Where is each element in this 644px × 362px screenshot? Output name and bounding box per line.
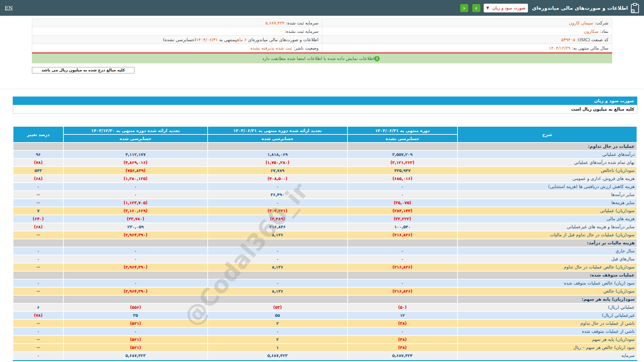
table-row: سود(زیان) خالص عملیات در حال تداوم(۲۱۶,۸… [13,263,637,271]
dropdown-selected-value: صورت سود و زیان [492,5,525,10]
row-label: سال‌هاي قبل [458,255,637,263]
company-label: شرکت: [593,20,608,25]
row-value: -- [13,263,63,271]
company-value: ۱۴۰۴/۰۶/۳۱ [196,37,218,42]
table-row: هزینه های فروش، اداری و عمومی(۶۸۵,۰۱۶)(۴… [13,175,637,182]
income-statement-section: صورت سود و زیان کلیه مبالغ به میلیون ریا… [13,97,637,361]
row-value [13,272,63,279]
row-label: سرمایه [458,352,637,359]
table-row: سود(زیان) خالص(۲۱۶,۸۲۶)۸,۱۳۶(۲,۹۶۴,۳۹۰)-… [13,288,637,295]
top-bar: اطلاعات و صورت‌های مالی میاندوره‌ای صورت… [0,0,644,16]
row-label: سود(زیان) پایه هر سهم: [458,296,637,303]
row-value: (۷۸) [13,312,63,319]
row-value: ۲ [208,320,347,327]
previous-statement-button[interactable]: ‹ [460,4,468,12]
row-value: ۳۶,۴۹۰ [208,191,347,198]
row-value: (۳۸) [348,320,457,327]
row-value: (۳۸) [348,344,457,351]
company-value: سکارون [584,29,598,34]
row-label: هزینه های مالی [458,215,637,223]
header-percent-change: درصد تغییر [13,127,63,142]
table-row: سال‌هاي قبل۰۰۰۰ [13,255,637,263]
row-label: سایر هزینه‌ها [458,199,637,206]
row-value: ۲۳۰,۰۵۹ [64,223,207,231]
row-value: (۴۰۸,۵۰۰) [208,175,347,182]
company-cell-right: شرکت: سیمان کارون [322,19,612,27]
row-value: ۰ [348,255,457,263]
row-label: هزینه کاهش ارزش دریافتنی ها (هزینه استثن… [458,183,637,190]
row-value: ۵,۶۸۷,۴۲۴ [348,352,457,359]
row-value: ۶۷,۷۸۹ [208,167,347,174]
row-label: سود(زیان) عملیاتی [458,207,637,215]
row-value: ۸,۱۳۶ [208,288,347,295]
row-label: سود(زیان) خالص عملیات در حال تداوم [458,263,637,271]
row-value: ۰ [208,199,347,206]
header-period-restated-annual: تجدید ارائه شده دوره منتهی به ۱۴۰۳/۱۲/۳۰ [64,127,207,134]
row-value: ۰ [348,247,457,255]
row-value [64,143,207,150]
row-label: درآمدهاي عملياتي [458,151,637,158]
chevron-down-icon: ▼ [486,6,489,10]
income-statement-table: شرح دوره منتهی به ۱۴۰۴/۰۶/۳۱ تجدید ارائه… [13,126,637,361]
row-label: سال جاري [458,247,637,255]
section-row: هزینه مالیات بر درآمد: [13,239,637,247]
company-info-section: شرکت: سیمان کارونسرمایه ثبت شده: ۵,۶۸۷,۴… [32,18,612,73]
row-value: ۰ [64,247,207,255]
table-row: سایر درآمدها۰۳۶,۴۹۰۰-- [13,191,637,198]
table-row: سود(زیان) ناخالص۴۳۵,۹۴۷۶۷,۷۸۹(۷۵۶,۸۳۹)۵۴… [13,167,637,174]
row-label: سود (زیان) خالص هر سهم – ریال [458,344,637,351]
row-value: -- [13,336,63,343]
row-value: (۲۱۶,۸۲۶) [348,231,457,239]
row-label: سود (زیان) خالص عملیات متوقف شده [458,280,637,287]
row-value [64,296,207,303]
header-audit-status-2: حسابرسی شده [208,135,347,142]
row-label: هزینه مالیات بر درآمد: [458,239,637,247]
row-value: ۰ [13,183,63,190]
company-info-table: شرکت: سیمان کارونسرمایه ثبت شده: ۵,۶۸۷,۴… [32,18,612,52]
row-value [348,143,457,150]
row-value: (۳۵,۰۷۵) [348,199,457,206]
row-value: (۱,۲۸۰,۱۲۵) [64,175,207,182]
language-toggle-en[interactable]: EN [5,5,13,11]
table-row: عملیاتي (ریال)(۵۰)(۵۳)(۵۵۶)۶ [13,304,637,311]
table-row: سود (زیان) خالص عملیات متوقف شده۰۰۰۰ [13,280,637,287]
next-statement-button[interactable]: › [472,4,480,12]
company-cell-left: وضعیت ناشر: ثبت شده پذیرفته نشده [32,44,322,52]
company-label: کد صنعت (ISIC): [575,37,608,42]
company-cell-left: سرمایه ثبت نشده: ۰ [32,27,322,36]
row-value: ۰ [64,255,207,263]
row-value: ۰ [64,328,207,335]
row-value: ۰ [13,247,63,255]
company-row: نماد: سکارونسرمایه ثبت نشده: ۰ [32,27,612,36]
row-label: ناشي از عملیات متوقف شده [458,328,637,335]
row-value: -- [13,199,63,206]
table-row: سود(زیان) عملیاتی(۲۸۴,۱۴۴)(۳۰۴,۲۲۱)(۳,۱۶… [13,207,637,215]
table-row: غیرعملیاتي (ریال)۱۲۵۵۳۵(۷۸) [13,312,637,319]
row-value: ۰ [348,191,457,198]
section-divider [0,89,644,89]
company-value: ۱۴۰۴/۱۲/۲۹ [549,46,571,51]
row-value [348,239,457,247]
row-value: (۶۸) [13,175,63,182]
section-row: سود(زیان) پایه هر سهم: [13,296,637,303]
statement-type-dropdown[interactable]: صورت سود و زیان ▼ [484,4,528,12]
table-row: سود(زیان) عملیات در حال تداوم قبل از مال… [13,231,637,239]
page-title: اطلاعات و صورت‌های مالی میاندوره‌ای [532,5,628,11]
table-row: بهای تمام شده درآمدهاي عملياتي(۳,۱۲۱,۲۶۲… [13,159,637,166]
table-row: هزینه های مالی(۳۳,۲۲۲)(۴,۴۸۹)(۳۳,۷۸۰)(۶۴… [13,215,637,223]
row-value [348,272,457,279]
row-value: ۵۴۳ [13,167,63,174]
table-row: سال جاري۰۰۰۰ [13,247,637,255]
company-cell-right: کد صنعت (ISIC): ۵۳۹۴۰۵ [322,36,612,44]
row-value: ۳,۵۵۷,۲۰۹ [348,151,457,158]
row-value [208,296,347,303]
company-cell-right: سال مالی منتهی به: ۱۴۰۴/۱۲/۲۹ [322,44,612,52]
row-value: ۵,۶۸۷,۴۲۳ [64,352,207,359]
row-value: ۱۲ [348,312,457,319]
company-value: ۰ [281,29,283,34]
statement-title-bar: صورت سود و زیان [13,97,637,105]
row-value: (۵۲۱) [64,344,207,351]
amounts-unit-button[interactable]: کلیه مبالغ درج شده به میلیون ریال می باش… [32,67,135,73]
row-value: ۴۳۵,۹۴۷ [348,167,457,174]
company-label: نماد: [599,29,608,34]
